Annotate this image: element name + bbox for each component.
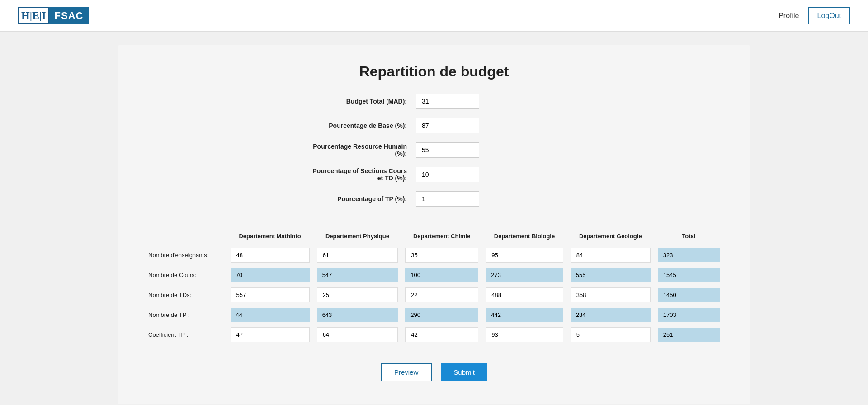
row-label: Coefficient TP : xyxy=(145,325,227,345)
header: H|E|I FSAC Profile LogOut xyxy=(0,0,868,32)
budget-total-input[interactable] xyxy=(416,94,479,109)
cell-chimie[interactable]: 290 xyxy=(401,305,482,325)
row-label: Nombre de TDs: xyxy=(145,285,227,305)
cell-chimie[interactable]: 35 xyxy=(401,245,482,265)
page-title: Repartition de budget xyxy=(145,63,723,80)
cell-total: 1545 xyxy=(654,265,723,285)
pourcentage-sections-row: Pourcentage of Sections Cours et TD (%): xyxy=(307,167,561,182)
col-header-mathinfo: Departement MathInfo xyxy=(227,229,313,245)
logo-badge: FSAC xyxy=(49,7,89,24)
cell-geologie[interactable]: 84 xyxy=(567,245,654,265)
cell-chimie[interactable]: 22 xyxy=(401,285,482,305)
logo-text: H|E|I xyxy=(21,9,46,22)
cell-mathinfo[interactable]: 48 xyxy=(227,245,313,265)
table-row: Nombre d'enseignants:4861359584323 xyxy=(145,245,723,265)
logo-area: H|E|I FSAC xyxy=(18,7,89,24)
cell-physique[interactable]: 547 xyxy=(313,265,402,285)
cell-chimie[interactable]: 42 xyxy=(401,325,482,345)
pourcentage-base-label: Pourcentage de Base (%): xyxy=(307,122,416,129)
cell-physique[interactable]: 643 xyxy=(313,305,402,325)
row-label: Nombre de Cours: xyxy=(145,265,227,285)
form-section: Budget Total (MAD): Pourcentage de Base … xyxy=(145,94,723,216)
cell-physique[interactable]: 64 xyxy=(313,325,402,345)
cell-biologie[interactable]: 95 xyxy=(482,245,567,265)
table-row: Nombre de TP :446432904422841703 xyxy=(145,305,723,325)
budget-total-row: Budget Total (MAD): xyxy=(307,94,561,109)
pourcentage-tp-row: Pourcentage of TP (%): xyxy=(307,191,561,207)
button-row: Preview Submit xyxy=(145,363,723,381)
submit-button[interactable]: Submit xyxy=(441,363,487,381)
cell-total: 1450 xyxy=(654,285,723,305)
col-header-chimie: Departement Chimie xyxy=(401,229,482,245)
table-row: Nombre de Cours:705471002735551545 xyxy=(145,265,723,285)
pourcentage-tp-input[interactable] xyxy=(416,191,479,207)
pourcentage-tp-label: Pourcentage of TP (%): xyxy=(307,195,416,202)
row-label: Nombre de TP : xyxy=(145,305,227,325)
col-header-physique: Departement Physique xyxy=(313,229,402,245)
cell-biologie[interactable]: 93 xyxy=(482,325,567,345)
col-header-biologie: Departement Biologie xyxy=(482,229,567,245)
col-header-empty xyxy=(145,229,227,245)
main-content: Repartition de budget Budget Total (MAD)… xyxy=(118,45,750,404)
pourcentage-sections-label: Pourcentage of Sections Cours et TD (%): xyxy=(307,167,416,182)
pourcentage-rh-input[interactable] xyxy=(416,142,479,158)
pourcentage-base-row: Pourcentage de Base (%): xyxy=(307,118,561,133)
cell-geologie[interactable]: 284 xyxy=(567,305,654,325)
table-row: Coefficient TP :476442935251 xyxy=(145,325,723,345)
cell-geologie[interactable]: 555 xyxy=(567,265,654,285)
table-section: Departement MathInfo Departement Physiqu… xyxy=(145,229,723,345)
pourcentage-rh-row: Pourcentage Resource Humain (%): xyxy=(307,142,561,158)
pourcentage-rh-label: Pourcentage Resource Humain (%): xyxy=(307,143,416,157)
cell-mathinfo[interactable]: 47 xyxy=(227,325,313,345)
cell-total: 323 xyxy=(654,245,723,265)
logout-button[interactable]: LogOut xyxy=(808,7,850,24)
cell-biologie[interactable]: 488 xyxy=(482,285,567,305)
pourcentage-base-input[interactable] xyxy=(416,118,479,133)
cell-total: 1703 xyxy=(654,305,723,325)
cell-mathinfo[interactable]: 70 xyxy=(227,265,313,285)
cell-total: 251 xyxy=(654,325,723,345)
header-nav: Profile LogOut xyxy=(778,7,850,24)
table-row: Nombre de TDs:55725224883581450 xyxy=(145,285,723,305)
pourcentage-sections-input[interactable] xyxy=(416,167,479,182)
row-label: Nombre d'enseignants: xyxy=(145,245,227,265)
logo-icon: H|E|I xyxy=(18,7,49,24)
cell-physique[interactable]: 25 xyxy=(313,285,402,305)
cell-geologie[interactable]: 358 xyxy=(567,285,654,305)
cell-biologie[interactable]: 273 xyxy=(482,265,567,285)
preview-button[interactable]: Preview xyxy=(381,363,432,381)
cell-physique[interactable]: 61 xyxy=(313,245,402,265)
profile-link[interactable]: Profile xyxy=(778,12,799,20)
budget-total-label: Budget Total (MAD): xyxy=(307,98,416,105)
col-header-total: Total xyxy=(654,229,723,245)
cell-mathinfo[interactable]: 44 xyxy=(227,305,313,325)
cell-biologie[interactable]: 442 xyxy=(482,305,567,325)
cell-geologie[interactable]: 5 xyxy=(567,325,654,345)
cell-chimie[interactable]: 100 xyxy=(401,265,482,285)
data-table: Departement MathInfo Departement Physiqu… xyxy=(145,229,723,345)
cell-mathinfo[interactable]: 557 xyxy=(227,285,313,305)
col-header-geologie: Departement Geologie xyxy=(567,229,654,245)
